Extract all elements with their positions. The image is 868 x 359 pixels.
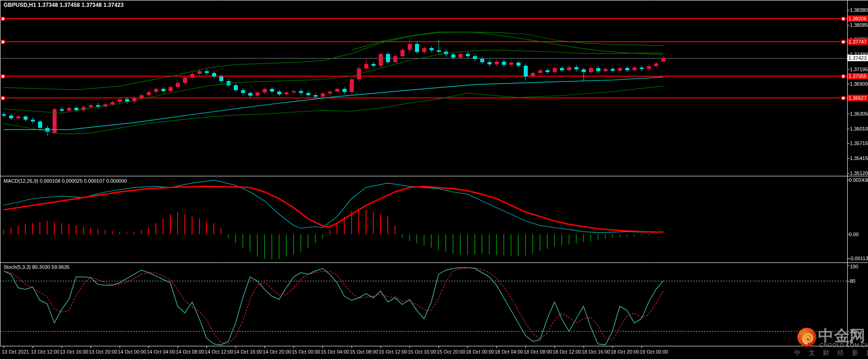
time-axis-tick: 14 Oct 12:00 [205, 349, 233, 354]
time-axis-tick: 13 Oct 16:00 [60, 349, 88, 354]
time-axis-tick: 14 Oct 16:00 [234, 349, 262, 354]
time-axis-tick: 15 Oct 20:00 [437, 349, 465, 354]
time-axis-tick: 19 Oct 00:00 [640, 349, 668, 354]
time-axis-tick: 15 Oct 08:00 [350, 349, 378, 354]
level-price-badge: 1.37055 [848, 73, 868, 79]
time-axis-tick: 15 Oct 00:00 [292, 349, 320, 354]
time-axis-tick: 15 Oct 16:00 [408, 349, 436, 354]
cngold-swirl-logo-icon [797, 327, 817, 347]
time-axis-tick: 14 Oct 20:00 [263, 349, 291, 354]
current-price-badge: 1.37423 [848, 55, 868, 61]
level-price-badge: 1.38206 [848, 15, 868, 22]
trading-chart-window: GBPUSD,H1 1.37348 1.37458 1.37348 1.3742… [0, 0, 868, 359]
price-axis-tick: 1.36305 [850, 111, 868, 116]
symbol-ohlc-title: GBPUSD,H1 1.37348 1.37458 1.37348 1.3742… [4, 2, 124, 8]
time-axis-tick: 15 Oct 04:00 [321, 349, 349, 354]
price-axis-tick: 1.36900 [850, 81, 868, 87]
time-axis-tick: 14 Oct 08:00 [176, 349, 204, 354]
time-axis-tick: 15 Oct 12:00 [379, 349, 407, 354]
price-axis-tick: 1.37195 [850, 67, 868, 72]
macd-axis-tick: -0.001136 [849, 256, 868, 261]
time-axis-tick: 14 Oct 00:00 [118, 349, 146, 354]
time-axis-tick: 18 Oct 16:00 [582, 349, 610, 354]
macd-indicator-label: MACD(12,26,9) 0.000108 0.000025 0.000107… [4, 178, 127, 184]
time-axis-tick: 18 Oct 12:00 [553, 349, 581, 354]
price-axis-tick: 1.35715 [850, 141, 868, 146]
stoch-axis-tick: 100 [850, 264, 858, 269]
watermark: 中金网 CNGOLD.COM.CN 中 文 财 经 新 媒 体 [786, 323, 868, 359]
price-axis-tick: 1.38085 [850, 22, 868, 28]
chart-canvas[interactable] [0, 0, 868, 359]
macd-axis-tick: 0.002438 [849, 177, 868, 183]
macd-axis-tick: 0.00 [849, 232, 858, 237]
watermark-tagline-text: 中 文 财 经 新 媒 体 [794, 349, 868, 357]
time-axis-tick: 13 Oct 20:00 [89, 349, 117, 354]
price-axis-tick: 1.35120 [850, 170, 868, 176]
time-axis-tick: 13 Oct 2021 [2, 349, 29, 354]
price-axis-tick: 1.36010 [850, 126, 868, 131]
price-axis-tick: 1.38380 [850, 7, 868, 13]
stoch-axis-tick: 80 [850, 278, 855, 284]
price-axis-tick: 1.35415 [850, 155, 868, 161]
level-price-badge: 1.36627 [848, 95, 868, 101]
time-axis-tick: 18 Oct 00:00 [466, 349, 494, 354]
stoch-indicator-label: Stoch(5,3,3) 80.3030 59.9635 [4, 264, 70, 270]
time-axis-tick: 13 Oct 12:00 [31, 349, 59, 354]
time-axis-tick: 18 Oct 04:00 [495, 349, 523, 354]
level-price-badge: 1.37747 [848, 39, 868, 45]
time-axis-tick: 18 Oct 20:00 [611, 349, 639, 354]
time-axis-tick: 14 Oct 04:00 [147, 349, 175, 354]
watermark-domain-text: CNGOLD.COM.CN [820, 342, 868, 349]
time-axis-tick: 18 Oct 08:00 [524, 349, 552, 354]
